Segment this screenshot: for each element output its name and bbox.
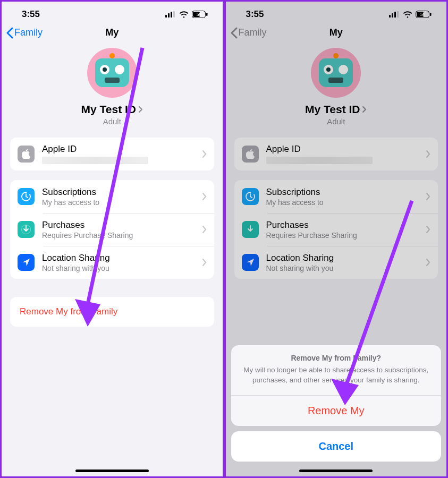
row-location[interactable]: Location Sharing Not sharing with you — [10, 246, 214, 279]
screenshot-left: 3:55 58 Family My My Test ID Adult — [0, 0, 224, 478]
action-sheet-description: My will no longer be able to share acces… — [241, 365, 432, 386]
home-indicator[interactable] — [75, 470, 149, 472]
purchases-icon — [18, 221, 35, 238]
status-icons: 58 — [165, 11, 208, 18]
row-apple-id[interactable]: Apple ID — [10, 138, 214, 170]
subscriptions-icon — [18, 188, 35, 205]
list-group-sharing: Subscriptions My has access to Purchases… — [10, 180, 214, 279]
row-purchases[interactable]: Purchases Requires Purchase Sharing — [10, 213, 214, 246]
apple-icon — [18, 146, 35, 163]
chevron-right-icon — [202, 192, 207, 201]
chevron-right-icon — [202, 225, 207, 234]
back-label: Family — [14, 27, 43, 38]
svg-rect-2 — [171, 12, 172, 18]
action-sheet: Remove My from Family? My will no longer… — [226, 2, 447, 476]
svg-rect-3 — [173, 11, 175, 18]
row-label: Purchases — [42, 220, 195, 231]
avatar — [87, 48, 137, 98]
chevron-right-icon — [202, 150, 207, 158]
location-icon — [18, 254, 35, 271]
profile-role: Adult — [2, 117, 223, 126]
row-sub: My has access to — [42, 198, 195, 207]
row-subscriptions[interactable]: Subscriptions My has access to — [10, 180, 214, 213]
action-sheet-title: Remove My from Family? — [241, 354, 432, 362]
svg-rect-1 — [168, 13, 170, 18]
list-group-remove: Remove My from Family — [10, 297, 214, 327]
cancel-button[interactable]: Cancel — [231, 431, 442, 462]
list-group-apple-id: Apple ID — [10, 138, 214, 170]
chevron-left-icon — [6, 27, 13, 39]
action-sheet-card: Remove My from Family? My will no longer… — [231, 345, 442, 426]
chevron-right-icon — [138, 106, 143, 113]
profile-name-row: My Test ID — [81, 103, 143, 116]
svg-rect-0 — [165, 15, 167, 18]
screenshot-right: 3:55 58 Family My My Test ID Adult — [224, 0, 449, 478]
row-sub: Not sharing with you — [42, 264, 195, 272]
svg-rect-6 — [206, 13, 208, 16]
cellular-icon — [165, 11, 176, 18]
wifi-icon — [179, 11, 189, 18]
home-indicator[interactable] — [299, 470, 373, 472]
back-button[interactable]: Family — [6, 27, 43, 39]
profile-name: My Test ID — [81, 103, 136, 116]
status-time: 3:55 — [22, 9, 40, 20]
action-sheet-header: Remove My from Family? My will no longer… — [231, 345, 442, 395]
row-sub: Requires Purchase Sharing — [42, 231, 195, 240]
row-label: Location Sharing — [42, 253, 195, 263]
battery-icon: 58 — [192, 11, 208, 18]
row-label: Apple ID — [42, 144, 195, 155]
svg-text:58: 58 — [197, 12, 202, 17]
page-title: My — [105, 27, 119, 38]
status-bar: 3:55 58 — [2, 2, 223, 23]
chevron-right-icon — [202, 258, 207, 267]
row-sub-redacted — [42, 157, 148, 164]
nav-bar: Family My — [2, 23, 223, 45]
profile-header[interactable]: My Test ID Adult — [2, 45, 223, 128]
remove-from-family-button[interactable]: Remove My from Family — [10, 297, 214, 327]
remove-confirm-button[interactable]: Remove My — [231, 396, 442, 426]
row-label: Subscriptions — [42, 187, 195, 198]
